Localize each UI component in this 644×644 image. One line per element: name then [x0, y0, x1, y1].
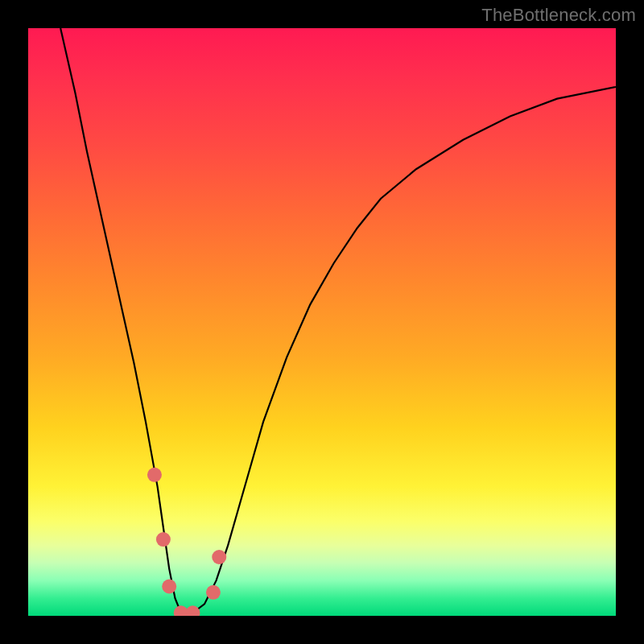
- chart-svg: [28, 28, 616, 616]
- marker-c: [162, 580, 176, 594]
- marker-a: [147, 468, 162, 482]
- marker-group: [147, 468, 226, 616]
- chart-frame: [28, 28, 616, 616]
- watermark-text: TheBottleneck.com: [481, 5, 636, 26]
- marker-e: [185, 605, 200, 616]
- marker-f: [206, 585, 221, 600]
- marker-b: [156, 532, 171, 547]
- marker-g: [212, 550, 226, 564]
- bottleneck-curve: [60, 28, 616, 615]
